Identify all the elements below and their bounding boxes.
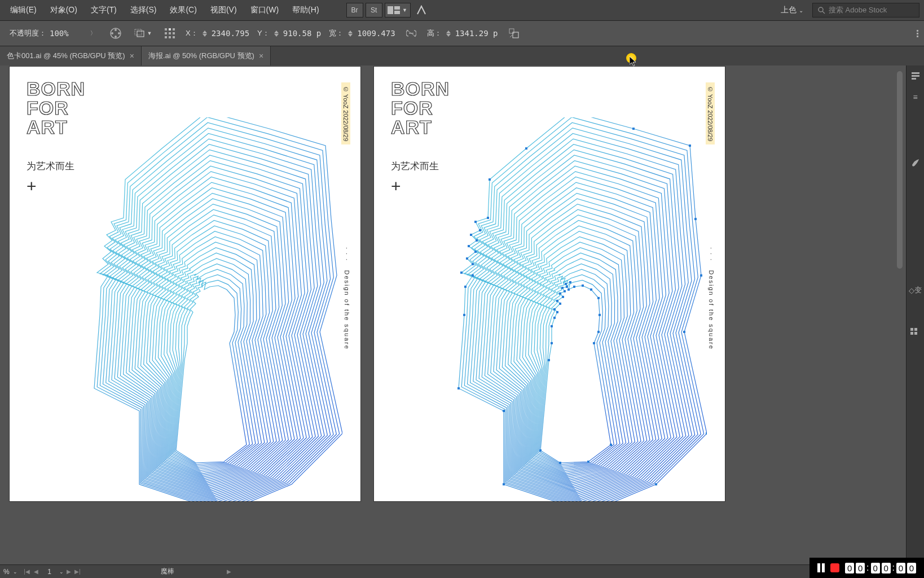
recorder-timer: 0 0 : 0 0 : 0 0 xyxy=(845,563,916,573)
svg-rect-11 xyxy=(137,31,144,37)
svg-rect-0 xyxy=(388,6,393,14)
document-tab-1[interactable]: 色卡001.ai @ 45% (RGB/GPU 预览) × xyxy=(0,46,142,65)
brushes-panel-icon[interactable] xyxy=(910,157,921,168)
svg-rect-81 xyxy=(910,328,913,331)
y-position[interactable]: Y： 910.58 p xyxy=(257,28,321,38)
search-placeholder: 搜索 Adobe Stock xyxy=(829,5,887,15)
poster-side-text: · · · Design of the square xyxy=(344,247,350,350)
plus-icon: + xyxy=(391,177,401,196)
blend-artwork xyxy=(77,117,342,501)
svg-rect-42 xyxy=(632,128,635,130)
spinner-icon[interactable] xyxy=(346,30,355,37)
svg-rect-57 xyxy=(559,303,561,305)
poster-credit: © YooZ 2022/08/29 xyxy=(341,82,350,144)
svg-rect-24 xyxy=(503,410,505,412)
transform-icon[interactable]: ▼ xyxy=(131,25,154,41)
opacity-control[interactable]: 不透明度： 100% 〉 xyxy=(6,26,100,41)
pause-icon[interactable] xyxy=(817,563,825,572)
gpu-icon[interactable] xyxy=(413,3,430,17)
scale-strokes-icon[interactable] xyxy=(506,25,522,41)
svg-rect-79 xyxy=(912,75,919,77)
prev-artboard-icon[interactable]: ◀ xyxy=(32,568,40,575)
poster-heading: BORN FOR ART xyxy=(27,79,85,137)
bridge-icon[interactable]: Br xyxy=(346,3,363,17)
svg-rect-19 xyxy=(169,36,171,38)
svg-rect-76 xyxy=(559,462,561,464)
svg-rect-66 xyxy=(567,288,570,291)
menu-window[interactable]: 窗口(W) xyxy=(245,2,285,19)
svg-rect-51 xyxy=(548,359,550,361)
lock-aspect-icon[interactable] xyxy=(403,25,419,41)
tab-label: 色卡001.ai @ 45% (RGB/GPU 预览) xyxy=(7,51,125,61)
options-overflow-icon[interactable] xyxy=(917,30,918,37)
vertical-scrollbar-thumb[interactable] xyxy=(897,71,903,269)
width-field[interactable]: 宽： 1009.473 xyxy=(329,28,395,38)
svg-rect-25 xyxy=(457,387,460,389)
svg-rect-43 xyxy=(689,144,691,147)
svg-rect-18 xyxy=(165,36,167,38)
svg-rect-46 xyxy=(683,331,685,333)
svg-line-21 xyxy=(407,30,416,37)
adobe-stock-search[interactable]: 搜索 Adobe Stock xyxy=(812,3,919,17)
menu-help[interactable]: 帮助(H) xyxy=(287,2,324,19)
menu-select[interactable]: 选择(S) xyxy=(125,2,162,19)
svg-rect-12 xyxy=(165,28,167,30)
next-artboard-icon[interactable]: ▶ xyxy=(65,568,73,575)
svg-rect-73 xyxy=(593,342,595,344)
menu-effect[interactable]: 效果(C) xyxy=(164,2,202,19)
record-icon[interactable] xyxy=(830,563,839,572)
properties-panel-icon[interactable] xyxy=(910,70,921,81)
zoom-level[interactable]: % ⌄ xyxy=(3,568,17,576)
svg-rect-83 xyxy=(910,332,913,335)
canvas[interactable]: BORN FOR ART 为艺术而生 + © YooZ 2022/08/29 ·… xyxy=(0,65,906,564)
document-tab-2[interactable]: 海报.ai @ 50% (RGB/GPU 预览) × xyxy=(142,46,271,65)
blend-artwork-selected[interactable] xyxy=(442,117,707,501)
svg-rect-15 xyxy=(165,32,167,34)
svg-rect-2 xyxy=(394,11,400,14)
transform-panel-icon[interactable]: ◇ 变 xyxy=(910,284,921,296)
svg-rect-36 xyxy=(479,229,481,231)
svg-rect-29 xyxy=(460,272,463,274)
last-artboard-icon[interactable]: ▶| xyxy=(74,568,82,575)
recolor-icon[interactable] xyxy=(108,25,124,41)
spinner-icon[interactable] xyxy=(200,30,209,37)
cursor-arrow-icon xyxy=(630,56,637,67)
align-panel-icon[interactable] xyxy=(910,327,921,339)
svg-rect-47 xyxy=(706,432,707,435)
current-tool-label: 魔棒 xyxy=(161,567,174,576)
svg-rect-64 xyxy=(565,283,567,285)
svg-rect-60 xyxy=(559,292,561,295)
svg-rect-70 xyxy=(597,297,600,299)
arrange-docs-icon[interactable]: ▼ xyxy=(385,3,411,17)
stock-icon[interactable]: St xyxy=(366,3,382,17)
menu-view[interactable]: 视图(V) xyxy=(205,2,243,19)
menu-type[interactable]: 文字(T) xyxy=(85,2,122,19)
workspace-label: 上色 xyxy=(781,5,797,15)
close-icon[interactable]: × xyxy=(259,51,263,60)
spinner-icon[interactable] xyxy=(444,30,453,37)
tab-label: 海报.ai @ 50% (RGB/GPU 预览) xyxy=(148,51,254,61)
svg-point-6 xyxy=(115,29,117,31)
zoom-value: % xyxy=(3,568,10,576)
opacity-label: 不透明度： xyxy=(10,28,46,38)
svg-rect-53 xyxy=(551,325,553,327)
x-position[interactable]: X： 2340.795 xyxy=(186,28,249,38)
svg-rect-27 xyxy=(464,286,467,288)
close-icon[interactable]: × xyxy=(130,51,134,60)
width-value: 1009.473 xyxy=(357,29,395,38)
status-menu-icon[interactable]: ▶ xyxy=(225,568,233,575)
artboard-number[interactable]: 1 xyxy=(41,568,58,576)
menu-bar: 编辑(E) 对象(O) 文字(T) 选择(S) 效果(C) 视图(V) 窗口(W… xyxy=(0,0,924,20)
menu-object[interactable]: 对象(O) xyxy=(45,2,83,19)
svg-rect-63 xyxy=(566,286,568,288)
svg-rect-48 xyxy=(655,483,657,485)
spinner-icon[interactable] xyxy=(272,30,281,37)
height-field[interactable]: 高： 1341.29 p xyxy=(427,28,498,38)
hamburger-icon[interactable]: ≡ xyxy=(910,91,921,103)
svg-rect-1 xyxy=(394,6,400,10)
workspace-switcher[interactable]: 上色 ⌄ xyxy=(777,5,807,15)
reference-point-icon[interactable] xyxy=(162,25,178,41)
menu-edit[interactable]: 编辑(E) xyxy=(5,2,42,19)
artboard-2: BORN FOR ART 为艺术而生 + © YooZ 2022/08/29 ·… xyxy=(374,67,725,501)
first-artboard-icon[interactable]: |◀ xyxy=(23,568,31,575)
